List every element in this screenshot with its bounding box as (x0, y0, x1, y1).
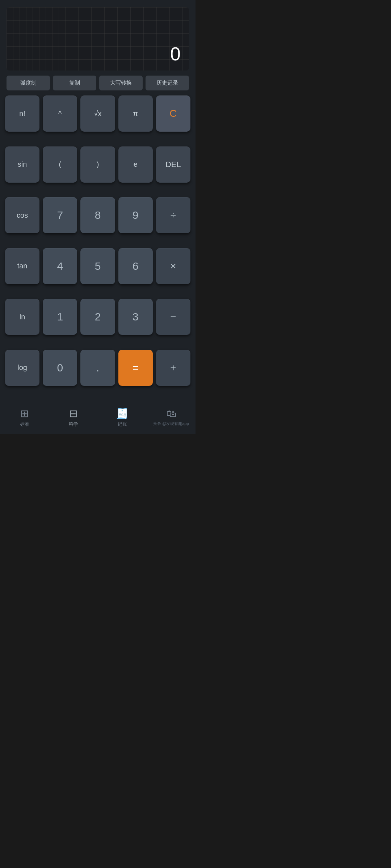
btn-divide[interactable]: ÷ (156, 197, 190, 233)
btn-log[interactable]: log (5, 350, 39, 386)
btn-one[interactable]: 1 (43, 299, 77, 335)
btn-dot[interactable]: . (80, 350, 115, 386)
nav-standard[interactable]: ⊞ 标准 (0, 408, 49, 427)
btn-seven[interactable]: 7 (43, 197, 77, 233)
standard-icon: ⊞ (20, 408, 29, 420)
scientific-icon: ⊟ (69, 408, 77, 420)
btn-five[interactable]: 5 (80, 248, 115, 284)
btn-four[interactable]: 4 (43, 248, 77, 284)
nav-scientific-label: 科学 (69, 421, 78, 427)
watermark-text: 头条 @发现有趣app (153, 421, 189, 426)
btn-ln[interactable]: ln (5, 299, 39, 335)
btn-sqrt[interactable]: √x (80, 95, 115, 132)
btn-sin[interactable]: sin (5, 146, 39, 183)
btn-euler[interactable]: e (118, 146, 153, 183)
nav-accounting[interactable]: 🧾 记账 (98, 408, 147, 427)
display-grid (7, 7, 189, 71)
nav-standard-label: 标准 (20, 421, 29, 427)
btn-factorial[interactable]: n! (5, 95, 39, 132)
btn-radian[interactable]: 弧度制 (7, 76, 50, 90)
btn-zero[interactable]: 0 (43, 350, 77, 386)
calculator-app: 0 弧度制 复制 大写转换 历史记录 n! ^ √x π C sin ( ) e… (0, 0, 196, 434)
btn-history[interactable]: 历史记录 (146, 76, 189, 90)
nav-accounting-label: 记账 (118, 421, 127, 427)
btn-nine[interactable]: 9 (118, 197, 153, 233)
btn-three[interactable]: 3 (118, 299, 153, 335)
bottom-nav: ⊞ 标准 ⊟ 科学 🧾 记账 🛍 头条 @发现有趣app (0, 403, 196, 434)
btn-six[interactable]: 6 (118, 248, 153, 284)
btn-lparen[interactable]: ( (43, 146, 77, 183)
btn-rparen[interactable]: ) (80, 146, 115, 183)
btn-tan[interactable]: tan (5, 248, 39, 284)
btn-equals[interactable]: = (118, 350, 153, 386)
btn-uppercase[interactable]: 大写转换 (99, 76, 143, 90)
btn-multiply[interactable]: × (156, 248, 190, 284)
nav-scientific[interactable]: ⊟ 科学 (49, 408, 98, 427)
action-row: 弧度制 复制 大写转换 历史记录 (7, 76, 189, 90)
btn-minus[interactable]: − (156, 299, 190, 335)
display-value: 0 (170, 43, 181, 65)
accounting-icon: 🧾 (116, 408, 129, 420)
button-grid: n! ^ √x π C sin ( ) e DEL cos 7 8 9 ÷ ta… (5, 95, 190, 397)
btn-copy[interactable]: 复制 (53, 76, 96, 90)
btn-pi[interactable]: π (118, 95, 153, 132)
watermark-icon: 🛍 (166, 408, 176, 420)
btn-clear[interactable]: C (156, 95, 190, 132)
nav-watermark: 🛍 头条 @发现有趣app (147, 408, 196, 427)
btn-two[interactable]: 2 (80, 299, 115, 335)
btn-plus[interactable]: + (156, 350, 190, 386)
btn-del[interactable]: DEL (156, 146, 190, 183)
display-area: 0 (7, 7, 189, 71)
btn-power[interactable]: ^ (43, 95, 77, 132)
btn-cos[interactable]: cos (5, 197, 39, 233)
btn-eight[interactable]: 8 (80, 197, 115, 233)
